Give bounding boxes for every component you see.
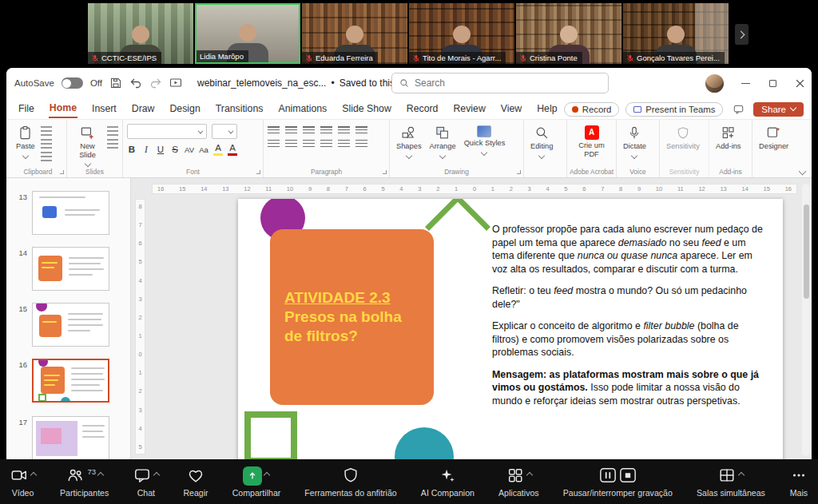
editing-button[interactable]: Editing <box>528 124 555 160</box>
menu-tab-insert[interactable]: Insert <box>91 100 117 117</box>
columns-icon[interactable] <box>338 140 350 149</box>
record-button[interactable]: Record <box>564 102 619 117</box>
menu-tab-file[interactable]: File <box>18 100 35 117</box>
slide-paragraph[interactable]: O professor propõe para cada aluno escre… <box>492 223 767 276</box>
font-name-select[interactable] <box>127 124 207 139</box>
align-right-icon[interactable] <box>303 140 315 149</box>
share-button[interactable]: Share <box>753 102 804 117</box>
chevron-up-icon[interactable] <box>526 471 533 478</box>
dialog-launcher-icon[interactable] <box>383 170 387 174</box>
green-chevron-shape[interactable] <box>425 199 490 260</box>
sensitivity-button[interactable]: Sensitivity <box>664 124 702 153</box>
bold-button[interactable]: B <box>127 145 137 155</box>
new-slide-button[interactable]: New Slide <box>71 124 104 168</box>
menu-tab-design[interactable]: Design <box>169 100 201 117</box>
toolbar-breakout-rooms-button[interactable]: Salas simultâneas <box>695 466 767 498</box>
toolbar-more-button[interactable]: Mais <box>788 466 810 498</box>
reset-icon[interactable] <box>107 139 118 149</box>
dialog-launcher-icon[interactable] <box>517 170 521 174</box>
comments-button[interactable] <box>729 101 747 117</box>
orange-rounded-rectangle[interactable]: ATIVIDADE 2.3 Presos na bolha de filtros… <box>270 229 434 405</box>
video-tile[interactable]: Gonçalo Tavares Perei... <box>623 3 729 64</box>
green-square-outline-shape[interactable] <box>244 411 297 464</box>
addins-button[interactable]: Add-ins <box>713 124 744 153</box>
document-title[interactable]: webinar_telemoveis_na_esc... <box>197 77 326 89</box>
slide-body-text[interactable]: O professor propõe para cada aluno escre… <box>492 223 767 416</box>
font-color-button[interactable]: A <box>228 143 237 156</box>
stop-recording-icon[interactable] <box>619 466 637 484</box>
layout-icon[interactable] <box>107 126 118 136</box>
line-spacing-icon[interactable] <box>338 126 350 135</box>
paste-button[interactable]: Paste <box>14 124 38 160</box>
menu-tab-transitions[interactable]: Transitions <box>215 100 264 117</box>
change-case-button[interactable]: Aa <box>199 145 208 155</box>
dictate-button[interactable]: Dictate <box>621 124 649 160</box>
menu-tab-draw[interactable]: Draw <box>131 100 156 117</box>
scrollbar-thumb[interactable] <box>804 204 809 299</box>
format-painter-icon[interactable] <box>41 152 52 161</box>
dialog-launcher-icon[interactable] <box>60 170 64 174</box>
pause-recording-icon[interactable] <box>599 466 617 484</box>
toolbar-react-button[interactable]: Reagir <box>181 466 209 498</box>
present-in-teams-button[interactable]: Present in Teams <box>625 102 723 117</box>
menu-tab-home[interactable]: Home <box>49 99 77 118</box>
bullets-icon[interactable] <box>268 126 280 135</box>
text-direction-icon[interactable] <box>355 126 367 135</box>
search-box[interactable]: Search <box>391 73 609 93</box>
toolbar-ai-companion-button[interactable]: AI Companion <box>419 466 476 498</box>
minimize-button[interactable] <box>740 77 751 89</box>
slide-thumbnail-15[interactable] <box>32 303 109 347</box>
slide-title[interactable]: ATIVIDADE 2.3 Presos na bolha de filtros… <box>284 288 424 346</box>
account-avatar[interactable] <box>705 74 724 93</box>
video-tile[interactable]: Cristina Ponte <box>516 3 621 64</box>
toolbar-apps-button[interactable]: Aplicativos <box>497 466 541 498</box>
align-center-icon[interactable] <box>285 140 297 149</box>
toolbar-video-button[interactable]: Vídeo <box>8 466 38 498</box>
create-pdf-button[interactable]: A Crie um PDF <box>571 124 612 160</box>
chevron-up-icon[interactable] <box>738 471 745 478</box>
toolbar-host-tools-button[interactable]: Ferramentas do anfitrião <box>303 466 398 498</box>
slide-thumbnail-13[interactable] <box>32 191 109 235</box>
slide-canvas[interactable]: ATIVIDADE 2.3 Presos na bolha de filtros… <box>238 199 783 504</box>
chevron-up-icon[interactable] <box>264 471 270 478</box>
video-tile[interactable]: Tito de Morais - Agarr... <box>409 3 514 64</box>
toolbar-share-button[interactable]: Compartilhar <box>231 466 283 498</box>
chevron-up-icon[interactable] <box>97 471 104 478</box>
underline-button[interactable]: U <box>156 145 165 155</box>
menu-tab-review[interactable]: Review <box>452 100 486 117</box>
restore-button[interactable] <box>767 77 778 89</box>
menu-tab-slideshow[interactable]: Slide Show <box>341 100 392 117</box>
italic-button[interactable]: I <box>141 145 151 155</box>
next-participants-button[interactable] <box>735 24 749 45</box>
toolbar-chat-button[interactable]: Chat <box>131 466 161 498</box>
numbering-icon[interactable] <box>285 126 297 135</box>
dialog-launcher-icon[interactable] <box>256 170 260 174</box>
redo-icon[interactable] <box>149 77 162 89</box>
slide-thumbnail-16-selected[interactable] <box>32 359 109 403</box>
menu-tab-record[interactable]: Record <box>406 100 439 117</box>
decrease-indent-icon[interactable] <box>303 126 315 135</box>
slide-paragraph[interactable]: Refletir: o teu feed mostra o mundo? Ou … <box>492 284 767 311</box>
designer-button[interactable]: Designer <box>756 124 791 153</box>
chevron-up-icon[interactable] <box>30 471 37 478</box>
quick-styles-button[interactable]: Quick Styles <box>462 124 508 157</box>
vertical-scrollbar[interactable] <box>802 184 810 456</box>
shapes-button[interactable]: Shapes <box>394 124 424 160</box>
cut-icon[interactable] <box>41 126 52 136</box>
slide-thumbnail-17[interactable] <box>32 416 109 460</box>
strikethrough-button[interactable]: S <box>170 145 180 155</box>
video-tile[interactable]: Eduarda Ferreira <box>302 3 407 64</box>
video-tile-active-speaker[interactable]: Lidia Marôpo <box>195 3 300 64</box>
autosave-toggle[interactable] <box>62 77 83 89</box>
increase-indent-icon[interactable] <box>320 126 332 135</box>
character-spacing-button[interactable]: AV <box>185 145 194 155</box>
slide-paragraph[interactable]: Explicar o conceito de algoritmo e filte… <box>492 319 767 359</box>
align-left-icon[interactable] <box>268 140 280 149</box>
slide-thumbnail-14[interactable] <box>32 247 109 291</box>
menu-tab-help[interactable]: Help <box>536 100 558 117</box>
arrange-button[interactable]: Arrange <box>427 124 459 160</box>
undo-icon[interactable] <box>129 77 142 89</box>
start-slideshow-icon[interactable] <box>169 77 182 89</box>
smartart-convert-icon[interactable] <box>355 140 367 149</box>
video-tile[interactable]: CCTIC-ESE/IPS <box>88 3 193 64</box>
